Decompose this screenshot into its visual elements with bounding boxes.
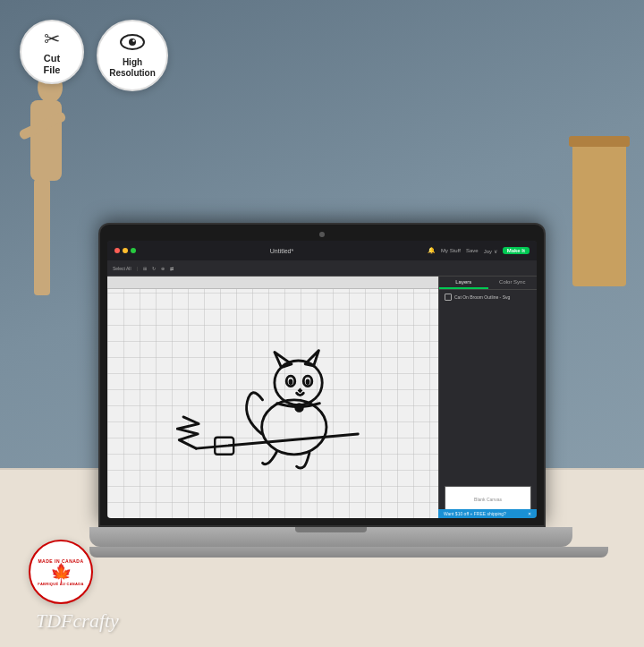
canvas-content xyxy=(107,277,438,518)
cut-file-badge: ✂ Cut File xyxy=(20,20,84,84)
window-controls xyxy=(114,248,136,253)
minimize-dot[interactable] xyxy=(123,248,128,253)
svg-point-11 xyxy=(289,379,293,386)
position-control[interactable]: ⊕ xyxy=(161,266,165,271)
topbar-right: 🔔 My Stuff Save Joy ∨ Make It xyxy=(428,247,530,254)
svg-point-1 xyxy=(129,38,136,46)
layers-sidebar: Layers Color Sync Cat On Broom Outline -… xyxy=(438,277,537,518)
layer-item[interactable]: Cat On Broom Outline - Svg xyxy=(439,290,537,304)
my-stuff-link[interactable]: My Stuff xyxy=(441,248,461,253)
promo-banner[interactable]: Want $10 off + FREE shipping? ✕ xyxy=(438,509,537,518)
design-space-main: Layers Color Sync Cat On Broom Outline -… xyxy=(107,277,537,518)
svg-line-3 xyxy=(196,434,358,448)
close-dot[interactable] xyxy=(114,248,120,253)
brand-watermark: TDFcrafty xyxy=(36,609,119,633)
app-title: Untitled* xyxy=(270,248,293,254)
scene: ✂ Cut File High Resolution xyxy=(0,0,644,647)
laptop-screen: Untitled* 🔔 My Stuff Save Joy ∨ Make It … xyxy=(107,241,537,518)
cardboard-box xyxy=(572,143,626,286)
layers-tab[interactable]: Layers xyxy=(439,277,488,289)
user-menu[interactable]: Joy ∨ xyxy=(484,248,497,254)
maple-leaf-icon: 🍁 xyxy=(50,564,72,582)
scissors-icon: ✂ xyxy=(44,28,60,51)
save-link[interactable]: Save xyxy=(466,248,479,253)
laptop-screen-container: Untitled* 🔔 My Stuff Save Joy ∨ Make It … xyxy=(98,223,546,527)
canada-badge-circle: MADE IN CANADA 🍁 FABRIQUÉ AU CANADA xyxy=(29,540,93,604)
promo-text: Want $10 off + FREE shipping? xyxy=(444,511,506,516)
laptop-camera xyxy=(319,232,325,237)
mannequin-left xyxy=(18,72,89,322)
color-sync-tab[interactable]: Color Sync xyxy=(488,277,538,289)
svg-point-2 xyxy=(132,39,134,41)
sidebar-tabs: Layers Color Sync xyxy=(439,277,537,290)
canada-text-bottom: FABRIQUÉ AU CANADA xyxy=(38,582,83,586)
high-resolution-label: High Resolution xyxy=(109,57,156,79)
layer-thumbnail xyxy=(445,294,452,301)
svg-point-13 xyxy=(296,404,303,412)
made-in-canada-badge: MADE IN CANADA 🍁 FABRIQUÉ AU CANADA xyxy=(29,540,93,604)
topbar-left xyxy=(114,248,136,253)
maximize-dot[interactable] xyxy=(131,248,136,253)
cut-file-label: Cut File xyxy=(44,53,61,76)
make-it-button[interactable]: Make It xyxy=(503,247,530,254)
laptop-base xyxy=(89,527,572,547)
design-canvas[interactable] xyxy=(107,277,438,518)
rotate-control[interactable]: ↻ xyxy=(152,266,156,271)
flip-control[interactable]: ⇄ xyxy=(170,266,174,271)
svg-point-5 xyxy=(262,400,326,455)
close-promo-icon[interactable]: ✕ xyxy=(528,511,531,516)
size-control[interactable]: ⊞ xyxy=(143,266,147,271)
design-space-topbar: Untitled* 🔔 My Stuff Save Joy ∨ Make It xyxy=(107,241,537,260)
layer-name: Cat On Broom Outline - Svg xyxy=(454,294,510,300)
high-resolution-badge: High Resolution xyxy=(97,20,168,91)
svg-point-12 xyxy=(306,379,310,386)
design-space-toolbar: Select All | ⊞ ↻ ⊕ ⇄ xyxy=(107,260,537,277)
select-all-btn[interactable]: Select All xyxy=(113,266,131,271)
notification-icon: 🔔 xyxy=(428,247,436,254)
eye-icon xyxy=(119,33,146,55)
laptop-base-bottom xyxy=(89,547,608,558)
laptop-hinge xyxy=(295,527,367,532)
cat-broom-svg xyxy=(165,308,380,487)
laptop: Untitled* 🔔 My Stuff Save Joy ∨ Make It … xyxy=(89,223,555,558)
